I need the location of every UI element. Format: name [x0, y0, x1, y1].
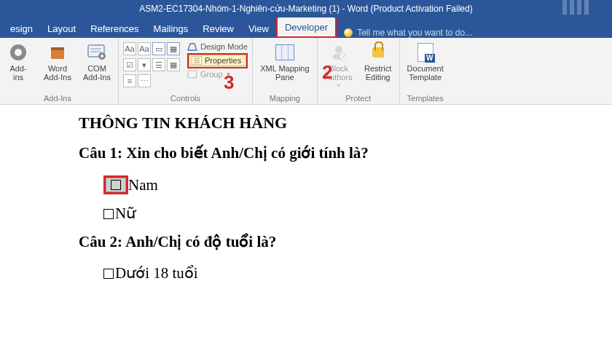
- annotation-box-developer: Developer: [276, 16, 337, 38]
- svg-point-17: [335, 46, 342, 53]
- design-mode-icon: [187, 41, 197, 52]
- checkbox-icon[interactable]: [103, 209, 114, 219]
- option-nu-label: Nữ: [115, 205, 136, 223]
- option-under18-label: Dưới 18 tuổi: [115, 264, 198, 282]
- document-canvas[interactable]: THÔNG TIN KHÁCH HÀNG Câu 1: Xin cho biết…: [0, 105, 612, 364]
- group-label-protect: Protect: [322, 93, 395, 103]
- group-label-addins: Add-Ins: [1, 93, 114, 103]
- group-templates: Document Template Templates: [400, 38, 451, 104]
- addins-button[interactable]: Add- ins: [1, 40, 35, 83]
- com-addins-button[interactable]: COM Add-Ins: [80, 40, 114, 83]
- date-control-icon[interactable]: ▦: [167, 58, 180, 71]
- restrict-editing-button[interactable]: Restrict Editing: [361, 40, 395, 83]
- xml-mapping-icon: [273, 41, 297, 63]
- title-bar: ASM2-EC17304-Nhóm-1-Nghiên-cứu-Marketing…: [0, 0, 612, 17]
- option-nam-label: Nam: [128, 176, 158, 194]
- tab-references[interactable]: References: [83, 19, 146, 38]
- svg-rect-5: [51, 47, 64, 50]
- window-title: ASM2-EC17304-Nhóm-1-Nghiên-cứu-Marketing…: [139, 4, 472, 14]
- svg-rect-2: [577, 0, 581, 15]
- svg-rect-4: [51, 50, 64, 59]
- lock-icon: [366, 41, 390, 63]
- option-nam[interactable]: Nam: [103, 175, 612, 194]
- svg-rect-16: [188, 71, 197, 78]
- dropdown-control-icon[interactable]: ☰: [152, 58, 165, 71]
- checkbox-icon[interactable]: [103, 269, 114, 279]
- addins-icon: [7, 41, 30, 63]
- checkbox-icon[interactable]: [111, 180, 121, 190]
- block-authors-icon: [327, 41, 350, 63]
- document-template-button[interactable]: Document Template: [404, 40, 447, 83]
- tab-view[interactable]: View: [241, 19, 276, 38]
- repeating-control-icon[interactable]: ≡: [123, 74, 136, 87]
- question-2: Câu 2: Anh/Chị có độ tuổi là?: [79, 233, 612, 251]
- tab-developer[interactable]: Developer: [278, 17, 335, 36]
- tab-design[interactable]: esign: [3, 19, 40, 38]
- com-addins-icon: [85, 41, 109, 63]
- group-label-mapping: Mapping: [257, 93, 312, 103]
- checkbox-nam-selected[interactable]: [106, 178, 126, 192]
- legacy-tools-icon[interactable]: ⋯: [138, 74, 151, 87]
- doc-heading: THÔNG TIN KHÁCH HÀNG: [79, 114, 612, 132]
- annotation-3: 3: [224, 71, 234, 94]
- annotation-box-properties: Properties: [187, 53, 248, 68]
- svg-marker-11: [188, 44, 197, 50]
- svg-point-10: [101, 55, 103, 58]
- group-mapping: XML Mapping Pane Mapping: [253, 38, 317, 104]
- tell-me-placeholder: Tell me what you want to do...: [357, 28, 472, 38]
- tab-mailings[interactable]: Mailings: [146, 19, 196, 38]
- document-template-icon: [414, 41, 437, 63]
- group-icon: [187, 70, 197, 79]
- option-nu[interactable]: Nữ: [103, 205, 612, 223]
- properties-icon: [192, 56, 202, 65]
- option-under18[interactable]: Dưới 18 tuổi: [103, 264, 612, 282]
- tell-me-search[interactable]: Tell me what you want to do...: [344, 28, 472, 38]
- chevron-down-icon: ▼: [336, 83, 342, 89]
- word-addins-button[interactable]: Word Add-Ins: [41, 40, 74, 83]
- svg-rect-3: [584, 0, 589, 15]
- building-block-control-icon[interactable]: ▦: [167, 42, 180, 55]
- svg-rect-0: [562, 0, 567, 15]
- xml-mapping-button[interactable]: XML Mapping Pane: [257, 40, 312, 83]
- title-deco-icon: [562, 0, 606, 16]
- picture-control-icon[interactable]: ▭: [152, 42, 165, 55]
- checkbox-control-icon[interactable]: ☑: [123, 58, 136, 71]
- ribbon: Add- ins Word Add-Ins COM Add-Ins Add-In…: [0, 38, 612, 105]
- rich-text-control-icon[interactable]: Aa: [123, 42, 136, 55]
- question-1: Câu 1: Xin cho biết Anh/Chị có giới tính…: [79, 144, 612, 162]
- plain-text-control-icon[interactable]: Aa: [138, 42, 151, 55]
- lightbulb-icon: [344, 28, 353, 37]
- svg-rect-1: [570, 0, 574, 15]
- annotation-box-checkbox: [103, 175, 128, 194]
- annotation-2: 2: [322, 61, 332, 84]
- group-addins: Add- ins Word Add-Ins COM Add-Ins Add-In…: [0, 38, 119, 104]
- tab-layout[interactable]: Layout: [40, 19, 83, 38]
- tab-review[interactable]: Review: [195, 19, 241, 38]
- store-icon: [46, 41, 69, 63]
- combobox-control-icon[interactable]: ▾: [138, 58, 151, 71]
- design-mode-button[interactable]: Design Mode: [187, 41, 248, 52]
- properties-button[interactable]: Properties: [189, 55, 246, 66]
- ribbon-tabs: esign Layout References Mailings Review …: [0, 17, 612, 38]
- group-label-controls: Controls: [123, 93, 248, 103]
- group-label-templates: Templates: [404, 93, 447, 103]
